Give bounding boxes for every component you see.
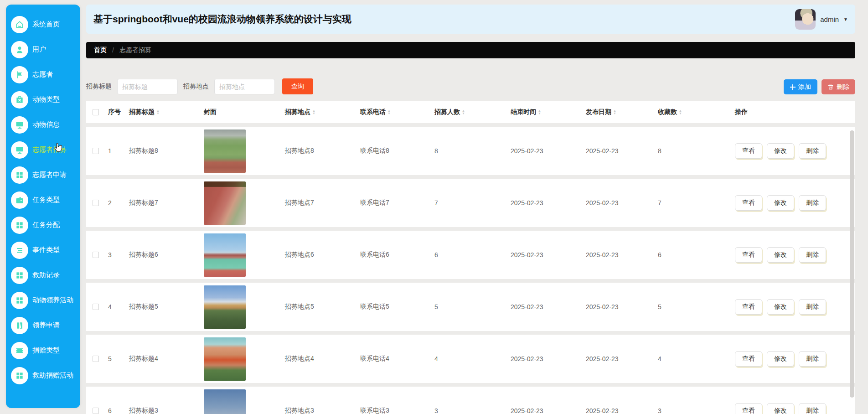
- view-button[interactable]: 查看: [735, 195, 762, 211]
- row-delete-button[interactable]: 删除: [799, 143, 826, 159]
- cell-end-date: 2025-02-23: [508, 199, 583, 207]
- sidebar-item-4[interactable]: 动物信息: [6, 112, 80, 137]
- view-button[interactable]: 查看: [735, 351, 762, 367]
- sidebar-item-6[interactable]: 志愿者申请: [6, 162, 80, 187]
- row-checkbox[interactable]: [93, 200, 99, 206]
- avatar[interactable]: [795, 9, 816, 30]
- view-button[interactable]: 查看: [735, 143, 762, 159]
- sidebar-item-7[interactable]: 任务类型: [6, 187, 80, 212]
- column-header-8[interactable]: 收藏数▲▼: [655, 108, 732, 116]
- user-menu[interactable]: admin ▼: [795, 9, 848, 30]
- cell-favorites: 3: [655, 407, 732, 414]
- sidebar-item-11[interactable]: 动物领养活动: [6, 288, 80, 313]
- sidebar-item-3[interactable]: 动物类型: [6, 87, 80, 112]
- filter-title-input[interactable]: [117, 79, 178, 94]
- cell-people: 7: [432, 199, 508, 207]
- row-checkbox[interactable]: [93, 408, 99, 414]
- column-header-5[interactable]: 招募人数▲▼: [432, 108, 508, 116]
- column-label: 招募标题: [129, 108, 155, 116]
- sidebar-item-0[interactable]: 系统首页: [6, 12, 80, 37]
- sidebar-item-9[interactable]: 事件类型: [6, 238, 80, 263]
- column-header-4[interactable]: 联系电话▲▼: [357, 108, 432, 116]
- cover-photo[interactable]: [204, 389, 246, 414]
- query-button[interactable]: 查询: [282, 78, 313, 94]
- cell-people: 8: [432, 147, 508, 155]
- cell-index: 4: [105, 303, 126, 310]
- cell-title: 招募标题3: [126, 407, 201, 414]
- recruitment-table: 序号招募标题▲▼封面招募地点▲▼联系电话▲▼招募人数▲▼结束时间▲▼发布日期▲▼…: [86, 101, 855, 414]
- cover-photo[interactable]: [204, 181, 246, 225]
- cell-phone: 联系电话4: [357, 355, 432, 363]
- sidebar-item-10[interactable]: 救助记录: [6, 263, 80, 288]
- column-header-7[interactable]: 发布日期▲▼: [583, 108, 655, 116]
- filter-location-label: 招募地点: [183, 83, 209, 91]
- sort-icon[interactable]: ▲▼: [388, 109, 391, 115]
- sort-icon[interactable]: ▲▼: [679, 109, 682, 115]
- table-header-row: 序号招募标题▲▼封面招募地点▲▼联系电话▲▼招募人数▲▼结束时间▲▼发布日期▲▼…: [86, 101, 855, 123]
- cell-people: 3: [432, 407, 508, 414]
- breadcrumb-home[interactable]: 首页: [94, 46, 107, 54]
- sort-icon[interactable]: ▲▼: [613, 109, 616, 115]
- breadcrumb-separator: /: [112, 47, 114, 54]
- trash-icon: [827, 84, 834, 90]
- row-delete-button[interactable]: 删除: [799, 247, 826, 263]
- row-delete-button[interactable]: 删除: [799, 403, 826, 414]
- sidebar-item-14[interactable]: 救助捐赠活动: [6, 363, 80, 388]
- cover-photo[interactable]: [204, 337, 246, 381]
- column-header-1[interactable]: 招募标题▲▼: [126, 108, 201, 116]
- column-label: 收藏数: [658, 108, 677, 116]
- add-button[interactable]: 添加: [784, 79, 817, 94]
- row-delete-button[interactable]: 删除: [799, 351, 826, 367]
- column-label: 序号: [108, 108, 121, 116]
- row-checkbox[interactable]: [93, 148, 99, 154]
- sidebar-item-1[interactable]: 用户: [6, 37, 80, 62]
- filter-location-input[interactable]: [214, 79, 275, 94]
- sidebar-item-2[interactable]: 志愿者: [6, 62, 80, 87]
- sidebar-item-12[interactable]: 领养申请: [6, 313, 80, 338]
- sidebar-item-label: 用户: [32, 45, 46, 54]
- edit-button[interactable]: 修改: [767, 351, 794, 367]
- cell-favorites: 7: [655, 199, 732, 207]
- grid-icon: [11, 166, 28, 184]
- sort-icon[interactable]: ▲▼: [312, 109, 315, 115]
- sidebar-item-label: 系统首页: [32, 20, 60, 29]
- page-header: 基于springboot和vue的校园流浪动物领养系统的设计与实现 admin …: [86, 5, 855, 34]
- sidebar-item-5[interactable]: 志愿者招募: [6, 137, 80, 162]
- edit-button[interactable]: 修改: [767, 299, 794, 315]
- sort-icon[interactable]: ▲▼: [156, 109, 160, 115]
- book-icon: [11, 317, 28, 334]
- row-checkbox[interactable]: [93, 356, 99, 362]
- sidebar-item-8[interactable]: 任务分配: [6, 212, 80, 238]
- sort-icon[interactable]: ▲▼: [538, 109, 541, 115]
- row-delete-button[interactable]: 删除: [799, 299, 826, 315]
- cover-photo[interactable]: [204, 285, 246, 329]
- page-title: 基于springboot和vue的校园流浪动物领养系统的设计与实现: [93, 13, 351, 26]
- sort-icon[interactable]: ▲▼: [462, 109, 465, 115]
- column-header-6[interactable]: 结束时间▲▼: [508, 108, 583, 116]
- edit-button[interactable]: 修改: [767, 247, 794, 263]
- cell-end-date: 2025-02-23: [508, 407, 583, 414]
- view-button[interactable]: 查看: [735, 299, 762, 315]
- cell-end-date: 2025-02-23: [508, 355, 583, 362]
- view-button[interactable]: 查看: [735, 403, 762, 414]
- select-all-checkbox[interactable]: [93, 109, 99, 115]
- vertical-scrollbar[interactable]: [850, 130, 854, 398]
- table-body: 1招募标题8招募地点8联系电话882025-02-232025-02-238查看…: [86, 127, 855, 414]
- cover-photo[interactable]: [204, 129, 246, 173]
- sidebar-item-13[interactable]: 捐赠类型: [6, 338, 80, 363]
- sidebar-item-label: 领养申请: [32, 321, 60, 330]
- cell-publish-date: 2025-02-23: [583, 407, 655, 414]
- view-button[interactable]: 查看: [735, 247, 762, 263]
- cell-publish-date: 2025-02-23: [583, 355, 655, 362]
- list-icon: [11, 242, 28, 259]
- row-checkbox[interactable]: [93, 304, 99, 310]
- sidebar-item-label: 动物领养活动: [32, 296, 73, 305]
- cover-photo[interactable]: [204, 233, 246, 277]
- delete-button[interactable]: 删除: [822, 79, 855, 94]
- edit-button[interactable]: 修改: [767, 143, 794, 159]
- edit-button[interactable]: 修改: [767, 195, 794, 211]
- row-delete-button[interactable]: 删除: [799, 195, 826, 211]
- edit-button[interactable]: 修改: [767, 403, 794, 414]
- row-checkbox[interactable]: [93, 252, 99, 258]
- column-header-3[interactable]: 招募地点▲▼: [282, 108, 357, 116]
